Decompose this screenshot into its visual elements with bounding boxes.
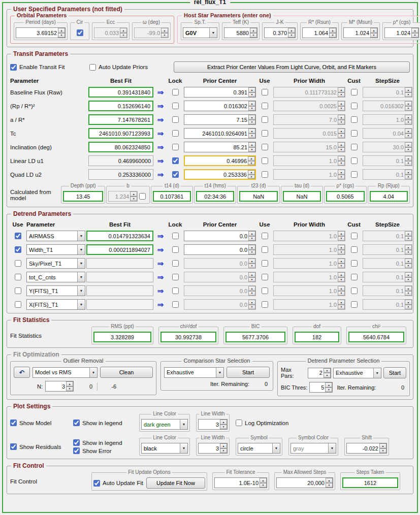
cust-checkbox[interactable] (351, 233, 358, 239)
bic-thres-spinner[interactable] (309, 382, 333, 393)
spinner-buttons[interactable] (250, 28, 257, 38)
residuals-line-width-spinner[interactable] (198, 443, 228, 454)
prior-center-input[interactable] (185, 156, 248, 165)
shift-input[interactable] (347, 443, 379, 453)
detrend-parameter-select[interactable]: AIRMASS (26, 231, 85, 241)
spin-down-icon[interactable] (66, 387, 73, 392)
symbol-select[interactable]: circle (238, 443, 280, 454)
spectral-type-select[interactable]: G0V (183, 27, 217, 38)
spin-down-icon[interactable] (248, 92, 255, 98)
spinner-buttons[interactable] (248, 115, 255, 124)
prior-center-input[interactable] (184, 101, 248, 111)
spin-up-icon[interactable] (248, 231, 255, 236)
lock-checkbox[interactable] (172, 89, 179, 95)
cust-checkbox[interactable] (351, 116, 358, 123)
cust-checkbox[interactable] (351, 144, 358, 150)
model-line-color-select[interactable]: dark green (141, 419, 188, 430)
spinner-buttons[interactable] (325, 382, 332, 392)
jk-input[interactable] (265, 28, 288, 38)
prior-center-input[interactable] (185, 170, 248, 179)
spin-up-icon[interactable] (220, 443, 227, 448)
use-prior-checkbox[interactable] (262, 274, 268, 280)
lock-checkbox[interactable] (172, 171, 179, 178)
copy-best-fit-icon[interactable]: ⇒ (154, 246, 167, 253)
cust-checkbox[interactable] (351, 260, 358, 267)
spin-up-icon[interactable] (220, 420, 227, 425)
copy-best-fit-icon[interactable]: ⇒ (154, 102, 167, 110)
detrend-parameter-select[interactable]: Y(FITS)_T1 (26, 285, 85, 296)
spinner-buttons[interactable] (220, 443, 227, 453)
bic-thres-input[interactable] (310, 382, 325, 392)
prior-center-input[interactable] (184, 142, 248, 152)
spin-up-icon[interactable] (411, 28, 418, 33)
spin-up-icon[interactable] (248, 245, 255, 250)
lock-checkbox[interactable] (172, 260, 179, 267)
show-model-checkbox[interactable] (10, 420, 17, 426)
spinner-buttons[interactable] (248, 231, 255, 241)
lock-checkbox[interactable] (172, 233, 179, 239)
max-steps-input[interactable] (277, 478, 326, 488)
spin-down-icon[interactable] (370, 33, 377, 38)
spinner-buttons[interactable] (326, 478, 333, 488)
show-residuals-checkbox[interactable] (10, 443, 17, 450)
use-detrend-checkbox[interactable] (15, 246, 21, 253)
teff-input[interactable] (224, 28, 250, 38)
copy-best-fit-icon[interactable]: ⇒ (154, 143, 167, 151)
mstar-input[interactable] (344, 28, 370, 38)
detrend-parameter-select[interactable]: Width_T1 (26, 244, 85, 255)
lock-checkbox[interactable] (172, 157, 179, 164)
spin-down-icon[interactable] (260, 483, 267, 488)
use-prior-checkbox[interactable] (262, 287, 268, 294)
spinner-buttons[interactable] (329, 28, 336, 38)
spin-up-icon[interactable] (248, 128, 255, 134)
spin-up-icon[interactable] (325, 382, 332, 388)
spinner-buttons[interactable] (66, 381, 73, 391)
spin-down-icon[interactable] (248, 250, 255, 255)
spin-up-icon[interactable] (248, 115, 255, 120)
use-detrend-checkbox[interactable] (15, 301, 21, 308)
detrend-start-button[interactable]: Start (383, 367, 406, 378)
copy-best-fit-icon[interactable]: ⇒ (154, 157, 167, 165)
use-prior-checkbox[interactable] (262, 260, 268, 267)
rho-star-spinner[interactable] (384, 27, 419, 38)
spin-down-icon[interactable] (379, 448, 386, 454)
lock-checkbox[interactable] (172, 287, 179, 294)
prior-center-spinner[interactable] (184, 128, 256, 139)
use-prior-checkbox[interactable] (262, 233, 268, 239)
use-detrend-checkbox[interactable] (15, 233, 21, 239)
spinner-buttons[interactable] (248, 142, 255, 152)
outlier-method-select[interactable]: Model vs RMS (33, 367, 98, 378)
copy-best-fit-icon[interactable]: ⇒ (154, 273, 167, 281)
prior-center-spinner[interactable] (184, 169, 256, 180)
max-pars-input[interactable] (308, 368, 324, 378)
use-prior-checkbox[interactable] (262, 144, 268, 150)
spin-up-icon[interactable] (370, 28, 377, 33)
period-input[interactable] (16, 28, 58, 38)
spin-down-icon[interactable] (329, 33, 336, 38)
copy-best-fit-icon[interactable]: ⇒ (154, 287, 167, 295)
spin-up-icon[interactable] (379, 443, 386, 448)
lock-checkbox[interactable] (172, 116, 179, 123)
prior-center-input[interactable] (184, 245, 248, 254)
spin-up-icon[interactable] (66, 381, 73, 387)
spinner-buttons[interactable] (324, 368, 331, 378)
max-steps-spinner[interactable] (276, 477, 333, 488)
spin-down-icon[interactable] (248, 147, 255, 152)
undo-icon[interactable]: ↶ (14, 367, 30, 378)
enable-transit-fit-checkbox[interactable] (10, 64, 17, 71)
spinner-buttons[interactable] (370, 28, 377, 38)
lock-checkbox[interactable] (172, 301, 179, 308)
cust-checkbox[interactable] (351, 246, 358, 253)
copy-best-fit-icon[interactable]: ⇒ (154, 260, 167, 267)
prior-center-input[interactable] (184, 128, 248, 138)
rstar-input[interactable] (303, 28, 329, 38)
spin-up-icon[interactable] (248, 156, 255, 161)
spin-down-icon[interactable] (248, 120, 255, 125)
prior-center-input[interactable] (184, 231, 248, 241)
model-line-width-input[interactable] (199, 420, 220, 429)
copy-best-fit-icon[interactable]: ⇒ (154, 301, 167, 308)
jk-spinner[interactable] (264, 27, 296, 38)
detrend-parameter-select[interactable]: tot_C_cnts (26, 272, 85, 282)
spin-up-icon[interactable] (326, 478, 333, 483)
spinner-buttons[interactable] (379, 443, 386, 453)
